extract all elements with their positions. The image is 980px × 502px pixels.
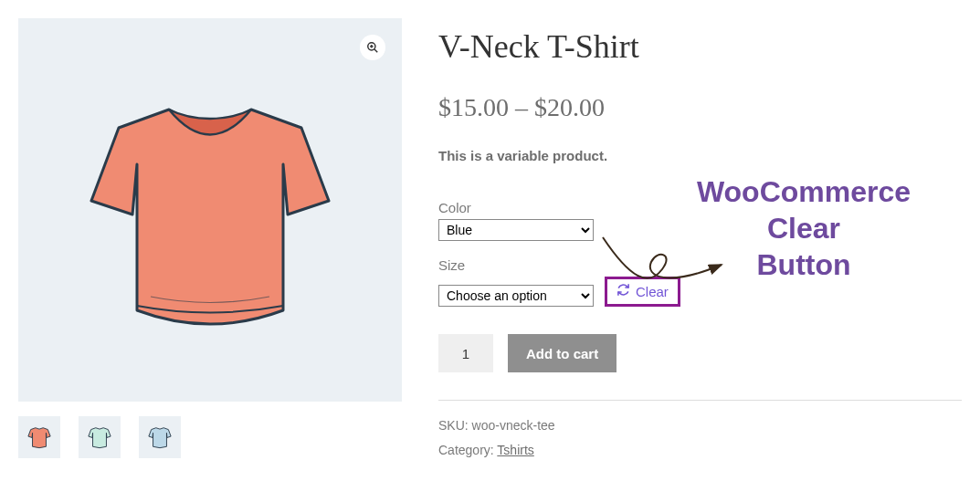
product-meta: SKU: woo-vneck-tee Category: Tshirts	[438, 413, 962, 462]
sku-label: SKU:	[438, 418, 469, 433]
size-select[interactable]: Choose an option	[438, 285, 594, 307]
sku-value: woo-vneck-tee	[472, 418, 555, 433]
zoom-icon[interactable]	[360, 35, 385, 60]
product-gallery	[18, 18, 402, 462]
add-to-cart-row: Add to cart	[438, 334, 962, 372]
product-price: $15.00 – $20.00	[438, 93, 962, 122]
annotation-label: WooCommerce Clear Button	[648, 173, 959, 283]
annotation-line3: Button	[648, 246, 959, 283]
meta-separator	[438, 400, 962, 401]
color-select[interactable]: Blue	[438, 219, 594, 241]
product-title: V-Neck T-Shirt	[438, 27, 962, 66]
thumbnail-1[interactable]	[18, 416, 60, 458]
main-image[interactable]	[18, 18, 402, 402]
quantity-input[interactable]	[438, 334, 493, 372]
category-link[interactable]: Tshirts	[497, 443, 533, 457]
thumbnail-3[interactable]	[139, 416, 181, 458]
add-to-cart-button[interactable]: Add to cart	[508, 334, 616, 372]
annotation-line1: WooCommerce	[648, 173, 959, 210]
thumbnail-2[interactable]	[79, 416, 121, 458]
refresh-icon	[616, 283, 630, 300]
clear-button[interactable]: Clear	[636, 284, 669, 299]
category-label: Category:	[438, 443, 494, 457]
thumbnail-row	[18, 416, 402, 458]
tshirt-illustration	[64, 73, 356, 347]
product-short-description: This is a variable product.	[438, 148, 962, 163]
svg-line-1	[374, 49, 378, 53]
annotation-line2: Clear	[648, 210, 959, 246]
